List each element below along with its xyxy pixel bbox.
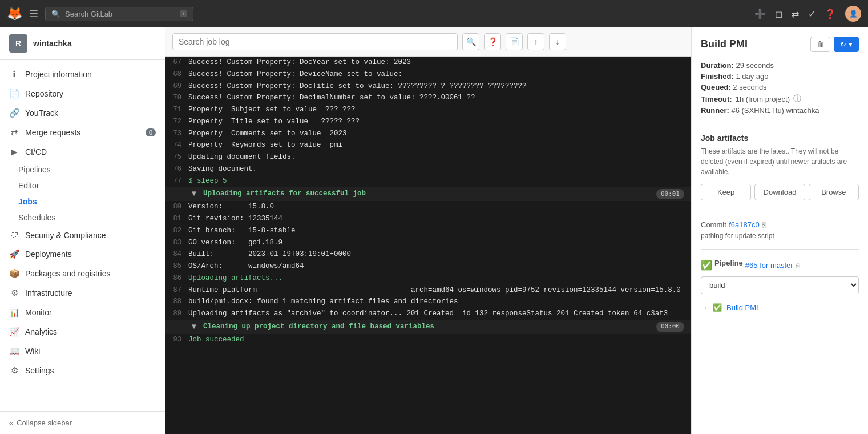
- log-line: 69 Success! Custom Property: DocTitle se…: [165, 81, 691, 93]
- log-section-uploading[interactable]: ▼ Uploading artifacts for successful job…: [165, 187, 691, 201]
- sidebar-label-merge-requests: Merge requests: [25, 128, 80, 137]
- log-line: 93 Job succeeded: [165, 334, 691, 346]
- line-number: 72: [165, 116, 188, 127]
- sidebar-item-settings[interactable]: ⚙ Settings: [0, 361, 165, 380]
- sidebar-label-youtrack: YouTrack: [25, 108, 58, 118]
- sidebar-label-packages: Packages and registries: [25, 269, 110, 278]
- search-button[interactable]: 🔍: [462, 33, 479, 50]
- log-section-cleanup[interactable]: ▼ Cleaning up project directory and file…: [165, 320, 691, 334]
- divider: [701, 210, 859, 210]
- sidebar-item-monitor[interactable]: 📊 Monitor: [0, 303, 165, 322]
- packages-icon: 📦: [9, 268, 19, 279]
- right-panel: Build PMI 🗑 ↻ ▾ Duration: 29 seconds Fin…: [691, 27, 868, 434]
- job-log-search-input[interactable]: [172, 33, 458, 50]
- copy-commit-icon[interactable]: ⎘: [762, 221, 766, 229]
- log-text: Git branch: 15-8-stable: [188, 226, 691, 236]
- cicd-icon: ▶: [9, 147, 19, 157]
- gitlab-logo: 🦊: [7, 6, 22, 21]
- collapse-sidebar-button[interactable]: « Collapse sidebar: [0, 411, 165, 434]
- sidebar-item-packages[interactable]: 📦 Packages and registries: [0, 264, 165, 283]
- log-line: 80 Version: 15.8.0: [165, 201, 691, 213]
- help-icon[interactable]: ❓: [825, 9, 836, 19]
- merge-request-badge: 0: [146, 128, 156, 136]
- global-search[interactable]: 🔍 Search GitLab /: [45, 7, 193, 21]
- line-number: 77: [165, 176, 188, 186]
- scroll-bottom-button[interactable]: ↓: [549, 33, 566, 50]
- sidebar-item-security[interactable]: 🛡 Security & Compliance: [0, 226, 165, 244]
- schedules-label: Schedules: [18, 213, 55, 222]
- sidebar-item-schedules[interactable]: Schedules: [18, 210, 165, 226]
- log-text: Version: 15.8.0: [188, 202, 691, 212]
- line-number: 69: [165, 81, 188, 91]
- log-text: build/pmi.docx: found 1 matching artifac…: [188, 296, 691, 307]
- search-icon: 🔍: [51, 10, 60, 18]
- job-title: Build PMI: [701, 38, 748, 50]
- design-icon[interactable]: ◻: [775, 9, 782, 19]
- search-placeholder: Search GitLab: [65, 10, 112, 18]
- line-number: 87: [165, 285, 188, 295]
- sidebar-item-analytics[interactable]: 📈 Analytics: [0, 322, 165, 341]
- refresh-button[interactable]: ↻ ▾: [834, 37, 859, 52]
- sidebar-label-settings: Settings: [25, 366, 54, 375]
- collapse-label: Collapse sidebar: [17, 419, 72, 427]
- analytics-icon: 📈: [9, 327, 19, 337]
- job-success-icon: ✅: [713, 303, 722, 312]
- sidebar-subnav-cicd: Pipelines Editor Jobs Schedules: [0, 162, 165, 226]
- commit-section: Commit f6a187c0 ⎘ pathing for update scr…: [701, 219, 859, 240]
- download-button[interactable]: Download: [754, 184, 805, 200]
- log-text: GO version: go1.18.9: [188, 238, 691, 248]
- sidebar-item-project-info[interactable]: ℹ Project information: [0, 65, 165, 84]
- log-text: Runtime platform arch=amd64 os=windows p…: [188, 285, 691, 296]
- log-text: Uploading artifacts...: [188, 273, 691, 284]
- log-line: 70 Success! Custom Property: DecimalNumb…: [165, 92, 691, 104]
- log-text: Saving document.: [188, 164, 691, 175]
- sidebar-item-editor[interactable]: Editor: [18, 178, 165, 194]
- sidebar-item-wiki[interactable]: 📖 Wiki: [0, 341, 165, 361]
- delete-button[interactable]: 🗑: [810, 37, 830, 52]
- sidebar-item-merge-requests[interactable]: ⇄ Merge requests 0: [0, 123, 165, 142]
- log-text: OS/Arch: windows/amd64: [188, 261, 691, 272]
- keep-button[interactable]: Keep: [701, 184, 751, 200]
- sidebar-label-infrastructure: Infrastructure: [25, 288, 72, 298]
- deployments-icon: 🚀: [9, 249, 19, 259]
- log-line: 72 Property Title set to value ????? ???: [165, 116, 691, 128]
- line-number: 84: [165, 249, 188, 259]
- hamburger-icon[interactable]: ☰: [29, 7, 38, 20]
- copy-pipeline-icon[interactable]: ⎘: [796, 262, 800, 270]
- log-line: 74 Property Keywords set to value pmi: [165, 139, 691, 151]
- new-item-icon[interactable]: ➕: [754, 9, 766, 19]
- sidebar-item-infrastructure[interactable]: ⚙ Infrastructure: [0, 283, 165, 303]
- log-text: Success! Custom Property: DecimalNumber …: [188, 93, 691, 103]
- sidebar-item-repository[interactable]: 📄 Repository: [0, 84, 165, 103]
- top-nav-actions: ➕ ◻ ⇄ ✓ ❓ 👤: [754, 6, 861, 22]
- browse-button[interactable]: Browse: [809, 184, 859, 200]
- sidebar-nav: ℹ Project information 📄 Repository 🔗 You…: [0, 60, 165, 411]
- line-number: 85: [165, 261, 188, 271]
- section-label: Cleaning up project directory and file b…: [203, 322, 434, 332]
- sidebar-item-youtrack[interactable]: 🔗 YouTrack: [0, 103, 165, 123]
- pipeline-link[interactable]: #65 for master: [745, 261, 793, 270]
- job-link-section: → ✅ Build PMI: [701, 303, 859, 312]
- line-number: 89: [165, 308, 188, 319]
- raw-log-button[interactable]: 📄: [506, 33, 523, 50]
- review-icon[interactable]: ✓: [808, 9, 815, 19]
- pipeline-stage-select[interactable]: build: [701, 276, 859, 294]
- line-number: 75: [165, 152, 188, 162]
- sidebar-item-deployments[interactable]: 🚀 Deployments: [0, 244, 165, 264]
- commit-hash-link[interactable]: f6a187c0: [729, 220, 760, 229]
- youtrack-icon: 🔗: [9, 108, 19, 118]
- log-line: 89 Uploading artifacts as "archive" to c…: [165, 308, 691, 320]
- pipeline-section: ✅ Pipeline #65 for master ⎘ build: [701, 259, 859, 294]
- merge-request-icon[interactable]: ⇄: [792, 9, 799, 19]
- help-button[interactable]: ❓: [484, 33, 501, 50]
- user-avatar[interactable]: 👤: [845, 6, 861, 22]
- job-link[interactable]: Build PMI: [726, 303, 758, 312]
- scroll-top-button[interactable]: ↑: [527, 33, 544, 50]
- log-line: 84 Built: 2023-01-19T03:19:01+0000: [165, 248, 691, 260]
- sidebar-item-pipelines[interactable]: Pipelines: [18, 162, 165, 178]
- sidebar-label-wiki: Wiki: [25, 347, 40, 356]
- job-log-area: 🔍 ❓ 📄 ↑ ↓ 67 Success! Custom Property: D…: [165, 27, 691, 434]
- sidebar-item-jobs[interactable]: Jobs: [18, 194, 165, 210]
- timeout-info-icon[interactable]: ⓘ: [793, 94, 801, 104]
- sidebar-item-cicd[interactable]: ▶ CI/CD: [0, 142, 165, 162]
